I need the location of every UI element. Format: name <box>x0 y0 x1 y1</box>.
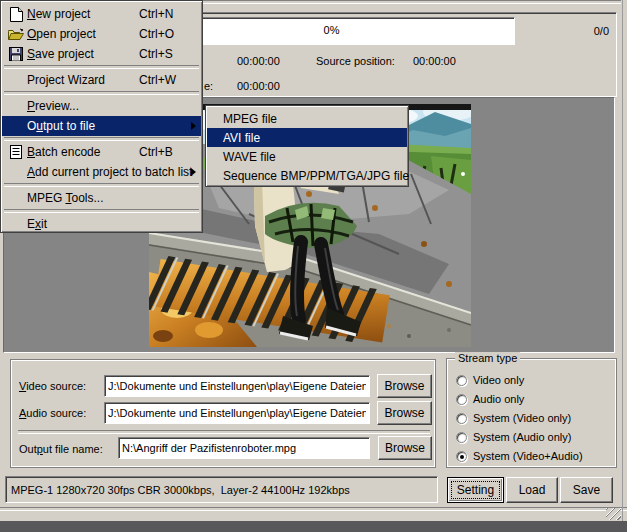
sources-group: Video source: Browse Audio source: Brows… <box>10 359 436 468</box>
output-browse-button[interactable]: Browse <box>378 436 432 460</box>
batch-counter: 0/0 <box>571 25 609 37</box>
resize-grip[interactable] <box>606 508 621 520</box>
save-icon <box>5 47 27 61</box>
radio-system-video-only[interactable]: System (Video only) <box>456 411 571 425</box>
menu-separator <box>4 209 199 213</box>
output-file-label: Output file name: <box>19 443 103 455</box>
video-source-input[interactable] <box>104 375 370 397</box>
menu-item-save-project[interactable]: Save project Ctrl+S <box>2 44 201 64</box>
submenu-item-sequence-file[interactable]: Sequence BMP/PPM/TGA/JPG file <box>207 166 407 185</box>
open-folder-icon <box>5 28 27 41</box>
time-value-1: 00:00:00 <box>237 55 280 67</box>
submenu-item-mpeg-file[interactable]: MPEG file <box>207 109 407 128</box>
stream-type-group: Stream type Video only Audio only System… <box>446 358 617 468</box>
progress-bar: 0% <box>148 17 515 45</box>
sources-divider <box>18 430 430 434</box>
menu-item-open-project[interactable]: Open project Ctrl+O <box>2 24 201 44</box>
audio-source-input[interactable] <box>104 402 370 424</box>
time-label-partial: e: <box>204 80 213 92</box>
save-button[interactable]: Save <box>560 477 613 503</box>
radio-icon <box>456 394 467 405</box>
radio-icon <box>456 451 467 462</box>
radio-system-video-audio[interactable]: System (Video+Audio) <box>456 449 583 463</box>
menu-item-mpeg-tools[interactable]: MPEG Tools... <box>2 188 201 208</box>
menu-item-batch-encode[interactable]: Batch encode Ctrl+B <box>2 142 201 162</box>
menu-item-add-to-batch-list[interactable]: Add current project to batch list <box>2 162 201 182</box>
radio-icon <box>456 375 467 386</box>
menu-item-output-to-file[interactable]: Output to file <box>2 116 201 136</box>
audio-source-label: Audio source: <box>19 407 86 419</box>
new-document-icon <box>5 7 27 22</box>
setting-button[interactable]: Setting <box>447 477 504 503</box>
output-file-input[interactable] <box>118 437 370 459</box>
statusbar-divider <box>0 507 627 511</box>
menu-item-new-project[interactable]: New project Ctrl+N <box>2 4 201 24</box>
submenu-item-wave-file[interactable]: WAVE file <box>207 147 407 166</box>
video-source-label: Video source: <box>19 380 86 392</box>
encoding-summary-field: MPEG-1 1280x720 30fps CBR 3000kbps, Laye… <box>5 476 438 503</box>
radio-icon <box>456 432 467 443</box>
menu-item-exit[interactable]: Exit <box>2 214 201 234</box>
submenu-item-avi-file[interactable]: AVI file <box>207 128 407 147</box>
window-right-edge <box>622 0 623 521</box>
app-window: 0% 0/0 00:00:00 Source position: 00:00:0… <box>0 0 627 532</box>
radio-icon <box>456 413 467 424</box>
radio-system-audio-only[interactable]: System (Audio only) <box>456 430 571 444</box>
progress-percent: 0% <box>149 18 514 42</box>
stream-type-legend: Stream type <box>455 352 520 364</box>
output-to-file-submenu: MPEG file AVI file WAVE file Sequence BM… <box>205 105 409 187</box>
menu-item-project-wizard[interactable]: Project Wizard Ctrl+W <box>2 70 201 90</box>
encoding-summary-text: MPEG-1 1280x720 30fps CBR 3000kbps, Laye… <box>11 484 350 496</box>
load-button[interactable]: Load <box>506 477 558 503</box>
video-browse-button[interactable]: Browse <box>377 374 432 398</box>
audio-browse-button[interactable]: Browse <box>377 401 432 425</box>
menu-separator <box>4 137 199 141</box>
menu-separator <box>4 65 199 69</box>
source-position-label: Source position: <box>316 55 395 67</box>
menu-separator <box>4 91 199 95</box>
batch-encode-icon <box>5 145 27 159</box>
desktop-strip <box>0 521 627 532</box>
radio-video-only[interactable]: Video only <box>456 373 524 387</box>
source-position-value: 00:00:00 <box>413 55 456 67</box>
submenu-arrow-icon <box>191 122 196 130</box>
time-value-2: 00:00:00 <box>237 80 280 92</box>
menu-separator <box>4 183 199 187</box>
submenu-arrow-icon <box>191 168 196 176</box>
file-menu: New project Ctrl+N Open project Ctrl+O S… <box>0 0 203 233</box>
radio-audio-only[interactable]: Audio only <box>456 392 524 406</box>
menu-item-preview[interactable]: Preview... <box>2 96 201 116</box>
